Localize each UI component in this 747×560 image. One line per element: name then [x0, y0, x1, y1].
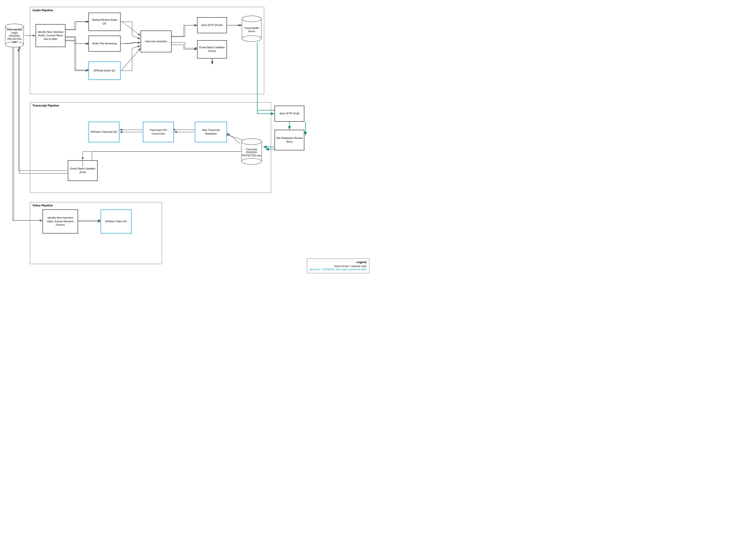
transcribeme-node: TranscribeMe Server	[241, 15, 262, 43]
identify-video-label: Identify New Interview Video, Extract Ra…	[44, 216, 77, 227]
site-redaction-label: Site Redaction Review (Box)	[276, 136, 303, 143]
dpdash-audio-qc-label: DPDash Audio QC	[94, 69, 115, 73]
auto-sftp-pull-node: Auto SFTP (Pull)	[275, 106, 304, 122]
auto-sftp-push-label: Auto SFTP (Push)	[201, 23, 223, 27]
legend-blue-box: Blue Box = GENERAL side output, pushed t…	[310, 268, 366, 271]
dpdash-transcript-qc-label: DPDash Transcript QC	[91, 130, 118, 134]
transcripts-folder-label: Transcripts (PHOENIX PROTECTED raw)	[242, 148, 261, 157]
svg-point-32	[241, 139, 262, 145]
transcripts-folder-node: Transcripts (PHOENIX PROTECTED raw)	[240, 138, 263, 165]
transcript-csv-node: Transcript CSV Conversion	[143, 122, 174, 142]
interview-selection-node: Interview Selection	[140, 30, 172, 52]
dpdash-audio-qc-node: DPDash Audio QC	[88, 61, 121, 80]
transcript-pipeline-section: Transcript Pipeline	[30, 102, 271, 193]
identify-video-node: Identify New Interview Video, Extract Ra…	[43, 209, 78, 234]
auto-sftp-pull-label: Auto SFTP (Pull)	[280, 112, 299, 115]
video-pipeline-label: Video Pipeline	[32, 204, 53, 207]
zoom-folder-node: Zoom Interview Folder (PHOENIX PROTECTED…	[4, 23, 25, 48]
legend-title: Legend	[310, 261, 366, 264]
new-transcript-redaction-node: New Transcript Redaction	[195, 122, 227, 142]
dpdash-video-qc-label: DPDash Video QC	[105, 220, 127, 223]
auto-sftp-push-node: Auto SFTP (Push)	[197, 17, 227, 33]
site-redaction-node: Site Redaction Review (Box)	[275, 130, 304, 151]
sliding-window-node: Sliding Window Audio QC	[88, 12, 121, 31]
sliding-window-label: Sliding Window Audio QC	[90, 18, 119, 25]
email-status-push-node: Email Status Updates (Push)	[197, 40, 227, 58]
dpdash-transcript-qc-node: DPDash Transcript QC	[88, 122, 120, 142]
diagram-container: Audio Pipeline Zoom Interview Folder (PH…	[0, 0, 374, 280]
transcript-pipeline-label: Transcript Pipeline	[32, 104, 59, 107]
audio-pipeline-label: Audio Pipeline	[32, 8, 53, 12]
legend-green-arrow: Green Arrow = external code	[310, 265, 366, 267]
svg-point-31	[241, 158, 262, 164]
zoom-folder-label: Zoom Interview Folder (PHOENIX PROTECTED…	[6, 28, 23, 44]
svg-point-26	[242, 16, 261, 22]
new-transcript-redaction-label: New Transcript Redaction	[196, 128, 226, 135]
audio-renaming-node: Audio File Renaming	[88, 35, 121, 52]
audio-renaming-label: Audio File Renaming	[92, 42, 117, 46]
email-status-pull-node: Email Status Updates (Pull)	[68, 160, 98, 181]
email-status-pull-label: Email Status Updates (Pull)	[69, 167, 96, 174]
svg-point-25	[242, 35, 261, 42]
email-status-push-label: Email Status Updates (Push)	[199, 46, 226, 53]
transcript-csv-label: Transcript CSV Conversion	[144, 128, 173, 135]
identify-audio-node: Identify New Interview Audio, Convert Mo…	[35, 24, 66, 47]
dpdash-video-qc-node: DPDash Video QC	[101, 209, 132, 234]
transcribeme-label: TranscribeMe Server	[243, 26, 261, 33]
legend-box: Legend Green Arrow = external code Blue …	[307, 259, 369, 273]
interview-selection-label: Interview Selection	[145, 40, 167, 44]
identify-audio-label: Identify New Interview Audio, Convert Mo…	[37, 30, 64, 41]
